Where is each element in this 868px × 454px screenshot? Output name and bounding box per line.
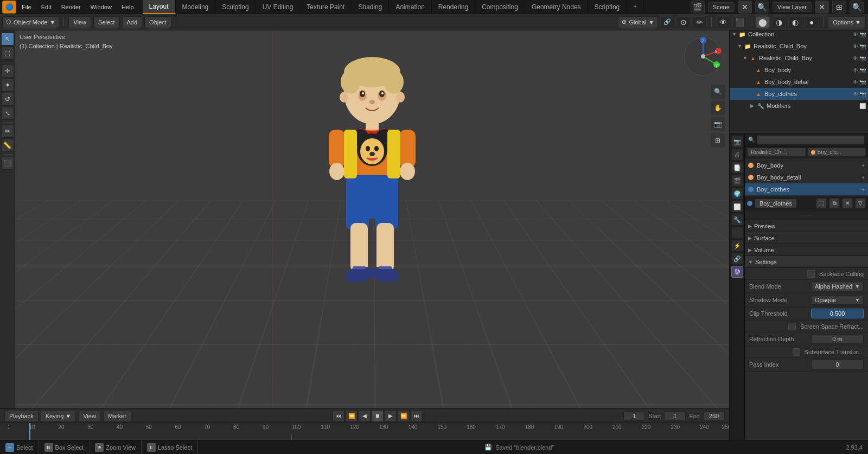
step-back-btn[interactable]: ⏪: [346, 410, 358, 422]
active-mat-name-btn[interactable]: Boy_clothes: [755, 199, 797, 208]
view-layer-props-btn[interactable]: 📑: [731, 162, 743, 174]
preview-section-header[interactable]: ▶ Preview: [745, 220, 868, 232]
add-workspace-btn[interactable]: +: [627, 0, 644, 14]
child-col-eye[interactable]: 👁: [853, 43, 858, 49]
drag-handle[interactable]: ···: [745, 210, 868, 220]
app-icon[interactable]: 🔵: [2, 1, 16, 14]
solid-shade-icon[interactable]: ⬤: [756, 16, 770, 28]
filter-icon[interactable]: ⊞: [832, 1, 846, 14]
child-obj-cam[interactable]: 📷: [859, 55, 866, 61]
box-select-btn[interactable]: ⬚: [1, 47, 14, 60]
outliner-item-child-obj[interactable]: ▼ ▲ Realistic_Child_Boy 👁 📷: [730, 52, 868, 64]
playback-btn[interactable]: Playback: [4, 410, 39, 422]
detail-eye[interactable]: 👁: [853, 79, 858, 85]
timeline-track[interactable]: 1 10 20 30 40 50 60 70 80 90 100 110 120…: [0, 423, 729, 442]
collection-cam[interactable]: 📷: [859, 31, 866, 37]
constraints-btn[interactable]: 🔗: [731, 253, 743, 265]
particles-btn[interactable]: ·: [731, 227, 743, 239]
cursor-btn[interactable]: ✛: [1, 65, 14, 78]
start-frame-input[interactable]: 1: [664, 411, 686, 421]
proportional-icon[interactable]: ⊙: [676, 16, 691, 28]
tab-animation[interactable]: Animation: [389, 0, 431, 14]
camera-btn[interactable]: 📷: [711, 117, 725, 131]
output-props-btn[interactable]: 🖨: [731, 149, 743, 161]
view-btn[interactable]: View: [78, 410, 101, 422]
collection-eye[interactable]: 👁: [853, 31, 858, 37]
detail-cam[interactable]: 📷: [859, 79, 866, 85]
shadow-mode-selector[interactable]: Opaque ▼: [811, 295, 864, 305]
options-btn[interactable]: Options ▼: [828, 16, 866, 28]
mat-eye-body[interactable]: +: [861, 163, 865, 169]
outliner-item-body-detail[interactable]: ▲ Boy_body_detail 👁 📷: [730, 76, 868, 88]
child-col-cam[interactable]: 📷: [859, 43, 866, 49]
mat-node-btn[interactable]: ⬚: [816, 198, 827, 209]
rotate-btn[interactable]: ↺: [1, 93, 14, 106]
file-menu[interactable]: File: [17, 1, 36, 13]
mat-filter-btn[interactable]: ▽: [855, 198, 866, 209]
search-global-icon[interactable]: 🔍: [850, 1, 864, 14]
refraction-depth-value[interactable]: 0 m: [811, 334, 864, 344]
material-btn[interactable]: 🔮: [731, 266, 743, 278]
world-props-btn[interactable]: 🌍: [731, 188, 743, 200]
object-mode-selector[interactable]: ⬡ Object Mode ▼: [2, 16, 59, 28]
mod-btn[interactable]: ⬜: [859, 103, 866, 109]
outliner-item-boy-body[interactable]: ▲ Boy_body 👁 📷: [730, 64, 868, 76]
close-view-layer-btn[interactable]: ✕: [815, 1, 829, 14]
mat-eye-clothes[interactable]: +: [861, 187, 865, 193]
render-props-btn[interactable]: 📷: [731, 136, 743, 148]
jump-start-btn[interactable]: ⏮: [333, 410, 344, 422]
move-btn[interactable]: ✦: [1, 79, 14, 92]
view-btn[interactable]: View: [68, 16, 91, 28]
stop-btn[interactable]: ⏹: [372, 410, 384, 422]
zoom-in-btn[interactable]: 🔍: [711, 85, 725, 99]
scene-props-btn[interactable]: 🎬: [731, 175, 743, 187]
annotate-btn[interactable]: ✏: [1, 125, 14, 138]
tab-texture-paint[interactable]: Texture Paint: [300, 0, 352, 14]
volume-section-header[interactable]: ▶ Volume: [745, 244, 868, 256]
window-menu[interactable]: Window: [86, 1, 116, 13]
scale-btn[interactable]: ⤡: [1, 107, 14, 120]
select-btn[interactable]: Select: [93, 16, 120, 28]
body-eye[interactable]: 👁: [853, 67, 858, 73]
add-btn[interactable]: Add: [122, 16, 143, 28]
marker-btn[interactable]: Marker: [103, 410, 131, 422]
subsurface-checkbox[interactable]: [793, 348, 800, 356]
measure-btn[interactable]: 📏: [1, 139, 14, 152]
object-btn[interactable]: Object: [144, 16, 171, 28]
play-btn[interactable]: ▶: [385, 410, 397, 422]
outliner-item-boy-clothes[interactable]: ▲ Boy_clothes 👁 📷: [730, 88, 868, 100]
clip-threshold-input[interactable]: 0.500: [811, 309, 864, 318]
clothes-eye[interactable]: 👁: [853, 91, 858, 97]
material-shade-icon[interactable]: ◑: [772, 16, 786, 28]
settings-section-header[interactable]: ▼ Settings: [745, 256, 868, 268]
help-menu[interactable]: Help: [117, 1, 138, 13]
render-menu[interactable]: Render: [57, 1, 85, 13]
clothes-cam[interactable]: 📷: [859, 91, 866, 97]
tab-uv-editing[interactable]: UV Editing: [256, 0, 301, 14]
mat-duplicate-btn[interactable]: ⧉: [829, 198, 840, 209]
prop-search-input[interactable]: [757, 135, 865, 145]
tab-compositing[interactable]: Compositing: [475, 0, 525, 14]
mat-remove-btn[interactable]: ✕: [842, 198, 853, 209]
tab-scripting[interactable]: Scripting: [588, 0, 627, 14]
body-cam[interactable]: 📷: [859, 67, 866, 73]
keying-btn[interactable]: Keying ▼: [41, 410, 76, 422]
object-props-btn[interactable]: ⬜: [731, 201, 743, 213]
tab-rendering[interactable]: Rendering: [432, 0, 475, 14]
pass-index-value[interactable]: 0: [811, 360, 864, 369]
physics-btn[interactable]: ⚡: [731, 240, 743, 252]
backface-culling-checkbox[interactable]: [807, 270, 815, 278]
transform-selector[interactable]: ⊕ Global ▼: [618, 16, 658, 28]
mat-item-body[interactable]: Boy_body +: [745, 159, 868, 171]
select-tool-btn[interactable]: ↖: [1, 33, 14, 46]
tab-geometry-nodes[interactable]: Geometry Nodes: [525, 0, 588, 14]
blend-mode-selector[interactable]: Alpha Hashed ▼: [811, 282, 864, 291]
tab-sculpting[interactable]: Sculpting: [215, 0, 256, 14]
ortho-btn[interactable]: ⊞: [711, 133, 725, 148]
child-obj-eye[interactable]: 👁: [853, 55, 858, 61]
material-name-col[interactable]: Boy_clo...: [807, 148, 866, 157]
surface-section-header[interactable]: ▶ Surface: [745, 232, 868, 244]
edit-menu[interactable]: Edit: [37, 1, 56, 13]
close-scene-btn[interactable]: ✕: [738, 1, 752, 14]
end-frame-input[interactable]: 250: [703, 411, 725, 421]
